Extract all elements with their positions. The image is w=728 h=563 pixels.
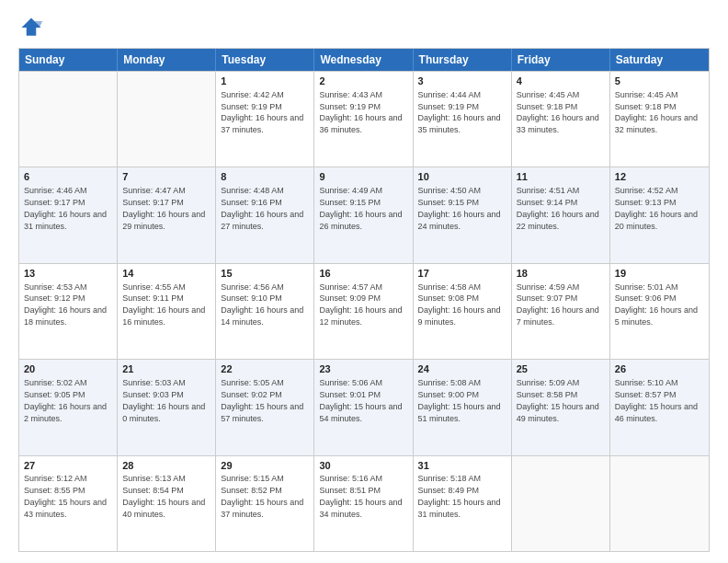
cell-info: Sunrise: 5:05 AMSunset: 9:02 PMDaylight:… [221,378,303,422]
day-number: 1 [221,75,309,88]
cell-info: Sunrise: 4:46 AMSunset: 9:17 PMDaylight:… [24,186,107,230]
calendar-cell: 18Sunrise: 4:59 AMSunset: 9:07 PMDayligh… [512,264,610,359]
cell-info: Sunrise: 5:03 AMSunset: 9:03 PMDaylight:… [122,378,205,422]
svg-marker-0 [22,18,41,36]
cell-info: Sunrise: 4:56 AMSunset: 9:10 PMDaylight:… [221,282,303,327]
day-number: 3 [418,75,506,88]
day-number: 23 [319,362,407,376]
calendar-week: 27Sunrise: 5:12 AMSunset: 8:55 PMDayligh… [19,455,709,551]
day-number: 13 [24,267,112,281]
day-number: 31 [418,459,506,473]
calendar-cell: 19Sunrise: 5:01 AMSunset: 9:06 PMDayligh… [610,264,709,359]
calendar-cell: 22Sunrise: 5:05 AMSunset: 9:02 PMDayligh… [216,360,314,454]
day-number: 27 [24,459,112,473]
calendar-cell: 12Sunrise: 4:52 AMSunset: 9:13 PMDayligh… [610,167,709,262]
cell-info: Sunrise: 5:18 AMSunset: 8:49 PMDaylight:… [418,474,501,518]
day-number: 9 [319,170,407,184]
calendar-cell: 5Sunrise: 4:45 AMSunset: 9:18 PMDaylight… [610,72,709,167]
day-number: 5 [615,75,704,88]
calendar-week: 13Sunrise: 4:53 AMSunset: 9:12 PMDayligh… [19,263,709,359]
day-number: 8 [221,170,309,184]
calendar-week: 20Sunrise: 5:02 AMSunset: 9:05 PMDayligh… [19,359,709,454]
day-number: 24 [418,362,506,376]
calendar-header-cell: Thursday [414,49,512,71]
calendar-cell [118,72,216,167]
calendar-cell: 1Sunrise: 4:42 AMSunset: 9:19 PMDaylight… [216,72,314,167]
calendar-cell: 30Sunrise: 5:16 AMSunset: 8:51 PMDayligh… [314,456,413,551]
day-number: 26 [615,362,704,376]
calendar-cell [19,72,118,167]
calendar-cell: 10Sunrise: 4:50 AMSunset: 9:15 PMDayligh… [414,167,512,262]
cell-info: Sunrise: 4:58 AMSunset: 9:08 PMDaylight:… [418,282,501,327]
cell-info: Sunrise: 5:10 AMSunset: 8:57 PMDaylight:… [615,378,698,422]
day-number: 21 [122,362,210,376]
calendar-cell: 21Sunrise: 5:03 AMSunset: 9:03 PMDayligh… [118,360,216,454]
cell-info: Sunrise: 5:13 AMSunset: 8:54 PMDaylight:… [122,474,205,518]
calendar-header-cell: Wednesday [314,49,413,71]
cell-info: Sunrise: 5:15 AMSunset: 8:52 PMDaylight:… [221,474,303,518]
cell-info: Sunrise: 5:02 AMSunset: 9:05 PMDaylight:… [24,378,107,422]
calendar-cell: 3Sunrise: 4:44 AMSunset: 9:19 PMDaylight… [414,72,512,167]
day-number: 12 [615,170,704,184]
cell-info: Sunrise: 4:48 AMSunset: 9:16 PMDaylight:… [221,186,303,230]
cell-info: Sunrise: 4:50 AMSunset: 9:15 PMDaylight:… [418,186,501,230]
cell-info: Sunrise: 5:08 AMSunset: 9:00 PMDaylight:… [418,378,501,422]
day-number: 22 [221,362,309,376]
cell-info: Sunrise: 4:59 AMSunset: 9:07 PMDaylight:… [517,282,599,327]
cell-info: Sunrise: 5:01 AMSunset: 9:06 PMDaylight:… [615,282,698,327]
cell-info: Sunrise: 4:45 AMSunset: 9:18 PMDaylight:… [615,90,698,134]
cell-info: Sunrise: 4:57 AMSunset: 9:09 PMDaylight:… [319,282,402,327]
calendar-header-cell: Sunday [19,49,118,71]
cell-info: Sunrise: 4:44 AMSunset: 9:19 PMDaylight:… [418,90,501,134]
cell-info: Sunrise: 4:42 AMSunset: 9:19 PMDaylight:… [221,90,303,134]
cell-info: Sunrise: 4:47 AMSunset: 9:17 PMDaylight:… [122,186,205,230]
calendar-cell: 25Sunrise: 5:09 AMSunset: 8:58 PMDayligh… [512,360,610,454]
page: SundayMondayTuesdayWednesdayThursdayFrid… [0,0,728,563]
calendar-cell: 8Sunrise: 4:48 AMSunset: 9:16 PMDaylight… [216,167,314,262]
day-number: 19 [615,267,704,281]
calendar-cell: 27Sunrise: 5:12 AMSunset: 8:55 PMDayligh… [19,456,118,551]
cell-info: Sunrise: 4:49 AMSunset: 9:15 PMDaylight:… [319,186,402,230]
calendar-cell: 17Sunrise: 4:58 AMSunset: 9:08 PMDayligh… [414,264,512,359]
calendar-cell: 11Sunrise: 4:51 AMSunset: 9:14 PMDayligh… [512,167,610,262]
logo-icon [18,15,44,40]
calendar-cell: 16Sunrise: 4:57 AMSunset: 9:09 PMDayligh… [314,264,413,359]
calendar-header-cell: Saturday [610,49,709,71]
calendar-cell: 26Sunrise: 5:10 AMSunset: 8:57 PMDayligh… [610,360,709,454]
day-number: 30 [319,459,407,473]
cell-info: Sunrise: 4:45 AMSunset: 9:18 PMDaylight:… [517,90,599,134]
cell-info: Sunrise: 5:09 AMSunset: 8:58 PMDaylight:… [517,378,599,422]
calendar-header: SundayMondayTuesdayWednesdayThursdayFrid… [19,49,709,71]
calendar-week: 6Sunrise: 4:46 AMSunset: 9:17 PMDaylight… [19,167,709,262]
day-number: 20 [24,362,112,376]
calendar-cell: 15Sunrise: 4:56 AMSunset: 9:10 PMDayligh… [216,264,314,359]
calendar-cell: 9Sunrise: 4:49 AMSunset: 9:15 PMDaylight… [314,167,413,262]
day-number: 17 [418,267,506,281]
day-number: 4 [517,75,605,88]
cell-info: Sunrise: 4:43 AMSunset: 9:19 PMDaylight:… [319,90,402,134]
cell-info: Sunrise: 5:12 AMSunset: 8:55 PMDaylight:… [24,474,107,518]
calendar: SundayMondayTuesdayWednesdayThursdayFrid… [18,48,710,552]
calendar-header-cell: Monday [118,49,216,71]
cell-info: Sunrise: 4:52 AMSunset: 9:13 PMDaylight:… [615,186,698,230]
day-number: 7 [122,170,210,184]
calendar-cell: 24Sunrise: 5:08 AMSunset: 9:00 PMDayligh… [414,360,512,454]
cell-info: Sunrise: 5:06 AMSunset: 9:01 PMDaylight:… [319,378,402,422]
calendar-header-cell: Friday [512,49,610,71]
calendar-cell: 7Sunrise: 4:47 AMSunset: 9:17 PMDaylight… [118,167,216,262]
calendar-cell: 23Sunrise: 5:06 AMSunset: 9:01 PMDayligh… [314,360,413,454]
calendar-body: 1Sunrise: 4:42 AMSunset: 9:19 PMDaylight… [19,71,709,551]
day-number: 10 [418,170,506,184]
calendar-cell: 28Sunrise: 5:13 AMSunset: 8:54 PMDayligh… [118,456,216,551]
day-number: 16 [319,267,407,281]
calendar-cell: 14Sunrise: 4:55 AMSunset: 9:11 PMDayligh… [118,264,216,359]
calendar-week: 1Sunrise: 4:42 AMSunset: 9:19 PMDaylight… [19,71,709,167]
calendar-cell: 6Sunrise: 4:46 AMSunset: 9:17 PMDaylight… [19,167,118,262]
cell-info: Sunrise: 5:16 AMSunset: 8:51 PMDaylight:… [319,474,402,518]
day-number: 11 [517,170,605,184]
day-number: 25 [517,362,605,376]
day-number: 18 [517,267,605,281]
day-number: 6 [24,170,112,184]
cell-info: Sunrise: 4:51 AMSunset: 9:14 PMDaylight:… [517,186,599,230]
calendar-cell: 4Sunrise: 4:45 AMSunset: 9:18 PMDaylight… [512,72,610,167]
